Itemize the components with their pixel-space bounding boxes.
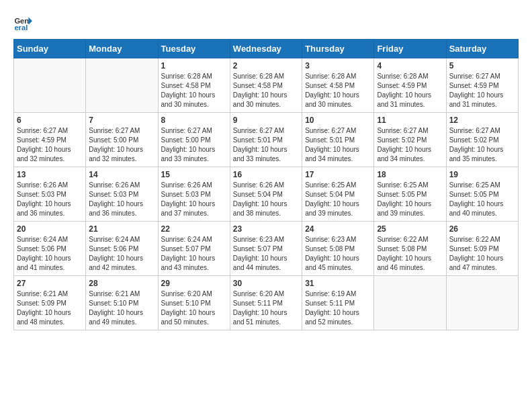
day-number: 4 [377,61,443,71]
sunset-text: Sunset: 4:58 PM [305,81,371,91]
sunrise-text: Sunrise: 6:20 AM [161,289,227,299]
calendar-week-row: 1Sunrise: 6:28 AMSunset: 4:58 PMDaylight… [14,58,519,113]
sunrise-text: Sunrise: 6:26 AM [89,181,154,190]
sunset-text: Sunset: 5:01 PM [305,136,371,145]
sunrise-text: Sunrise: 6:28 AM [233,72,299,81]
sunrise-text: Sunrise: 6:26 AM [233,181,299,190]
day-number: 21 [89,224,154,234]
sunrise-text: Sunrise: 6:21 AM [17,289,83,299]
sunset-text: Sunset: 4:58 PM [161,81,227,91]
svg-text:eral: eral [14,24,28,32]
daylight-text: Daylight: 10 hours and 33 minutes. [161,145,227,164]
daylight-text: Daylight: 10 hours and 46 minutes. [377,254,443,273]
calendar-week-row: 27Sunrise: 6:21 AMSunset: 5:09 PMDayligh… [14,276,519,330]
sunset-text: Sunset: 5:00 PM [161,136,227,145]
logo: Gen eral [13,13,35,32]
day-info: Sunrise: 6:20 AMSunset: 5:10 PMDaylight:… [161,289,227,327]
sunset-text: Sunset: 5:00 PM [89,136,154,145]
day-number: 25 [377,224,443,234]
daylight-text: Daylight: 10 hours and 50 minutes. [161,308,227,327]
sunset-text: Sunset: 5:11 PM [233,299,299,308]
sunset-text: Sunset: 5:05 PM [377,190,443,199]
daylight-text: Daylight: 10 hours and 38 minutes. [233,199,299,218]
calendar-cell: 12Sunrise: 6:27 AMSunset: 5:02 PMDayligh… [446,113,518,167]
daylight-text: Daylight: 10 hours and 34 minutes. [305,145,371,164]
daylight-text: Daylight: 10 hours and 32 minutes. [17,145,83,164]
daylight-text: Daylight: 10 hours and 48 minutes. [17,308,83,327]
calendar-cell: 21Sunrise: 6:24 AMSunset: 5:06 PMDayligh… [86,222,158,276]
sunset-text: Sunset: 5:04 PM [305,190,371,199]
sunrise-text: Sunrise: 6:27 AM [89,126,154,136]
day-info: Sunrise: 6:26 AMSunset: 5:03 PMDaylight:… [89,181,154,218]
daylight-text: Daylight: 10 hours and 36 minutes. [89,199,154,218]
calendar-cell: 10Sunrise: 6:27 AMSunset: 5:01 PMDayligh… [302,113,374,167]
sunrise-text: Sunrise: 6:25 AM [377,181,443,190]
day-info: Sunrise: 6:27 AMSunset: 5:00 PMDaylight:… [89,126,154,164]
day-number: 20 [17,224,83,234]
calendar-cell: 6Sunrise: 6:27 AMSunset: 4:59 PMDaylight… [14,113,86,167]
day-number: 18 [377,170,443,179]
day-number: 27 [17,279,83,288]
sunset-text: Sunset: 5:09 PM [17,299,83,308]
daylight-text: Daylight: 10 hours and 35 minutes. [449,145,515,164]
day-number: 30 [233,279,299,288]
day-number: 29 [161,279,227,288]
sunrise-text: Sunrise: 6:19 AM [305,289,371,299]
sunrise-text: Sunrise: 6:27 AM [233,126,299,136]
calendar-cell: 3Sunrise: 6:28 AMSunset: 4:58 PMDaylight… [302,58,374,113]
calendar-cell: 27Sunrise: 6:21 AMSunset: 5:09 PMDayligh… [14,276,86,330]
day-info: Sunrise: 6:22 AMSunset: 5:08 PMDaylight:… [377,235,443,273]
daylight-text: Daylight: 10 hours and 39 minutes. [377,199,443,218]
day-info: Sunrise: 6:27 AMSunset: 5:02 PMDaylight:… [377,126,443,164]
sunset-text: Sunset: 5:01 PM [233,136,299,145]
sunset-text: Sunset: 4:59 PM [449,81,515,91]
sunset-text: Sunset: 5:06 PM [89,244,154,254]
day-info: Sunrise: 6:23 AMSunset: 5:08 PMDaylight:… [305,235,371,273]
calendar-cell: 5Sunrise: 6:27 AMSunset: 4:59 PMDaylight… [446,58,518,113]
day-number: 2 [233,61,299,71]
day-number: 22 [161,224,227,234]
sunset-text: Sunset: 5:03 PM [17,190,83,199]
calendar-cell: 19Sunrise: 6:25 AMSunset: 5:05 PMDayligh… [446,167,518,222]
sunrise-text: Sunrise: 6:27 AM [17,126,83,136]
sunset-text: Sunset: 5:05 PM [449,190,515,199]
day-header: Thursday [302,40,374,58]
sunrise-text: Sunrise: 6:25 AM [449,181,515,190]
sunrise-text: Sunrise: 6:27 AM [377,126,443,136]
daylight-text: Daylight: 10 hours and 31 minutes. [377,91,443,109]
calendar-cell: 17Sunrise: 6:25 AMSunset: 5:04 PMDayligh… [302,167,374,222]
daylight-text: Daylight: 10 hours and 40 minutes. [449,199,515,218]
sunrise-text: Sunrise: 6:27 AM [449,126,515,136]
calendar-cell: 28Sunrise: 6:21 AMSunset: 5:10 PMDayligh… [86,276,158,330]
day-info: Sunrise: 6:19 AMSunset: 5:11 PMDaylight:… [305,289,371,327]
calendar-cell: 4Sunrise: 6:28 AMSunset: 4:59 PMDaylight… [374,58,446,113]
day-info: Sunrise: 6:25 AMSunset: 5:05 PMDaylight:… [449,181,515,218]
sunset-text: Sunset: 4:59 PM [377,81,443,91]
day-number: 24 [305,224,371,234]
daylight-text: Daylight: 10 hours and 52 minutes. [305,308,371,327]
sunset-text: Sunset: 5:10 PM [161,299,227,308]
sunrise-text: Sunrise: 6:23 AM [305,235,371,244]
day-header: Friday [374,40,446,58]
sunset-text: Sunset: 5:09 PM [449,244,515,254]
daylight-text: Daylight: 10 hours and 43 minutes. [161,254,227,273]
calendar-cell: 9Sunrise: 6:27 AMSunset: 5:01 PMDaylight… [230,113,302,167]
calendar-cell: 7Sunrise: 6:27 AMSunset: 5:00 PMDaylight… [86,113,158,167]
calendar-week-row: 6Sunrise: 6:27 AMSunset: 4:59 PMDaylight… [14,113,519,167]
calendar-cell: 2Sunrise: 6:28 AMSunset: 4:58 PMDaylight… [230,58,302,113]
sunrise-text: Sunrise: 6:25 AM [305,181,371,190]
day-header: Wednesday [230,40,302,58]
day-header: Tuesday [158,40,230,58]
day-number: 11 [377,116,443,125]
day-info: Sunrise: 6:26 AMSunset: 5:03 PMDaylight:… [17,181,83,218]
day-info: Sunrise: 6:27 AMSunset: 5:01 PMDaylight:… [305,126,371,164]
calendar-cell: 29Sunrise: 6:20 AMSunset: 5:10 PMDayligh… [158,276,230,330]
daylight-text: Daylight: 10 hours and 45 minutes. [305,254,371,273]
calendar-cell [446,276,518,330]
daylight-text: Daylight: 10 hours and 30 minutes. [233,91,299,109]
sunrise-text: Sunrise: 6:24 AM [89,235,154,244]
calendar-cell: 22Sunrise: 6:24 AMSunset: 5:07 PMDayligh… [158,222,230,276]
sunrise-text: Sunrise: 6:23 AM [233,235,299,244]
day-number: 14 [89,170,154,179]
day-number: 13 [17,170,83,179]
